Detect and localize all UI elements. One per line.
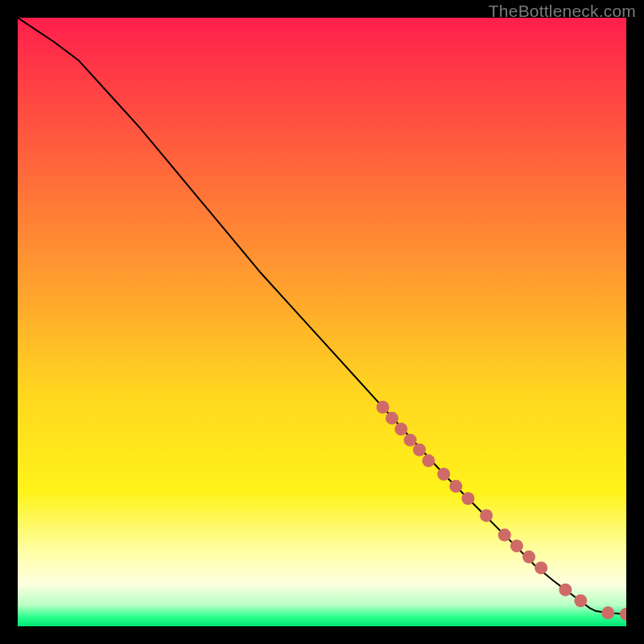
marker-point [377, 401, 390, 414]
marker-point [413, 444, 426, 456]
marker-point [510, 539, 523, 552]
marker-point [422, 454, 435, 467]
marker-point [601, 606, 614, 619]
marker-point [461, 492, 474, 505]
marker-point [404, 434, 417, 447]
marker-point [386, 411, 398, 424]
marker-point [498, 529, 511, 542]
marker-point [559, 584, 572, 597]
marker-point [437, 468, 450, 481]
marker-point [449, 480, 462, 493]
marker-point [522, 551, 535, 564]
chart-plot-area [18, 18, 626, 626]
marker-point [394, 423, 407, 436]
marker-point [535, 561, 547, 574]
marker-point [480, 509, 493, 522]
chart-svg [18, 18, 626, 626]
marker-point [574, 594, 587, 607]
gradient-background [18, 18, 626, 626]
